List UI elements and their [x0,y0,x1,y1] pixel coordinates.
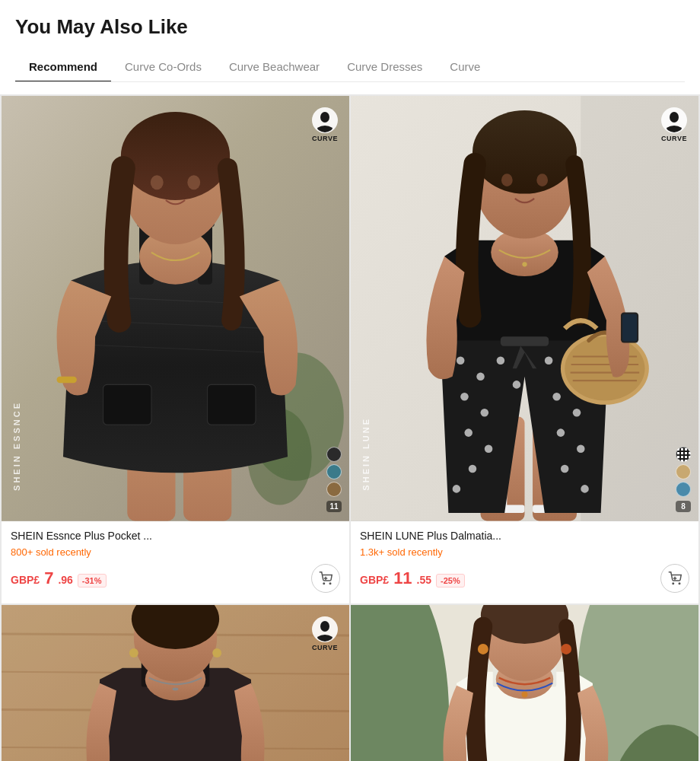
svg-point-39 [464,428,473,437]
tabs-container: Recommend Curve Co-Ords Curve Beachwear … [15,53,685,82]
product-card-4[interactable] [351,605,698,761]
svg-rect-20 [57,377,77,383]
swatch-2-1 [676,447,691,462]
sold-count-1: 800+ sold recently [11,546,340,558]
svg-point-37 [460,393,469,401]
svg-point-49 [557,428,565,437]
product-image-container-1: SHEIN ESSNCE CURVE [2,96,349,521]
section-header: You May Also Like Recommend Curve Co-Ord… [0,15,700,94]
price-row-2: GBP£ 11 .55 -25% [360,564,689,593]
svg-point-57 [501,174,513,186]
price-currency-1: GBP£ [11,574,40,586]
svg-rect-10 [208,384,256,425]
svg-point-52 [581,485,589,493]
products-grid: SHEIN ESSNCE CURVE [0,94,700,761]
tab-curve-beachwear[interactable]: Curve Beachwear [215,53,333,82]
price-row-1: GBP£ 7 .96 -31% [11,564,340,593]
svg-point-42 [453,485,461,493]
svg-point-89 [129,648,138,658]
svg-point-22 [320,112,329,123]
svg-point-41 [469,465,477,473]
svg-point-93 [320,621,329,632]
curve-icon-1 [311,107,339,134]
svg-point-51 [561,465,569,473]
swatch-1-2 [326,464,342,479]
curve-badge-1: CURVE [311,107,339,142]
app-container: You May Also Like Recommend Curve Co-Ord… [0,0,700,761]
svg-point-105 [522,691,528,697]
product-image-container-4 [351,605,698,761]
price-currency-2: GBP£ [360,574,389,586]
svg-rect-53 [501,336,549,346]
svg-point-50 [577,444,585,453]
brand-watermark-1: SHEIN ESSNCE [12,401,21,491]
swatch-count-1: 11 [326,501,342,512]
price-group-1: GBP£ 7 .96 -31% [11,568,107,588]
price-decimal-2: .55 [417,574,431,586]
discount-badge-1: -31% [78,574,107,587]
svg-point-61 [565,336,644,400]
svg-point-47 [552,393,561,401]
svg-point-59 [522,262,527,266]
product-image-container-3: CURVE [2,605,349,761]
svg-point-91 [173,687,179,690]
svg-point-38 [481,409,489,417]
swatch-1-3 [326,482,342,497]
svg-point-69 [670,112,679,123]
curve-label-3: CURVE [312,644,338,651]
tab-recommend[interactable]: Recommend [15,53,111,82]
product-card-1[interactable]: SHEIN ESSNCE CURVE [2,96,349,603]
product-image-container-2: SHEIN LUNE CURVE [351,96,698,521]
swatch-count-2: 8 [676,501,691,512]
svg-point-48 [573,409,581,417]
product-name-1: SHEIN Essnce Plus Pocket ... [11,529,340,543]
price-amount-1: 7 [44,568,53,588]
svg-point-58 [536,174,548,186]
curve-icon-2 [660,107,688,134]
section-title: You May Also Like [15,15,685,39]
discount-badge-2: -25% [436,574,465,587]
svg-point-23 [323,583,325,584]
swatch-1-1 [326,447,342,462]
svg-point-35 [457,357,465,365]
swatch-2-3 [676,482,691,497]
tab-curve-more[interactable]: Curve [436,53,494,82]
swatch-2-2 [676,464,691,479]
price-amount-2: 11 [393,568,412,588]
product-info-2: SHEIN LUNE Plus Dalmatia... 1.3k+ sold r… [351,521,698,603]
svg-point-18 [151,175,164,189]
product-name-2: SHEIN LUNE Plus Dalmatia... [360,529,689,543]
svg-point-24 [329,583,331,584]
product-card-3[interactable]: CURVE [2,605,349,761]
svg-point-43 [497,357,505,365]
svg-point-90 [212,648,221,658]
svg-point-107 [561,644,571,654]
svg-point-71 [679,583,680,584]
color-swatches-2: 8 [676,447,691,512]
svg-point-106 [478,644,488,654]
sold-count-2: 1.3k+ sold recently [360,546,689,558]
product-card-2[interactable]: SHEIN LUNE CURVE [351,96,698,603]
svg-rect-67 [622,314,637,342]
svg-point-40 [485,444,493,453]
price-decimal-1: .96 [58,574,72,586]
price-group-2: GBP£ 11 .55 -25% [360,568,465,588]
brand-watermark-2: SHEIN LUNE [361,417,371,491]
curve-badge-3: CURVE [311,616,339,651]
product-info-1: SHEIN Essnce Plus Pocket ... 800+ sold r… [2,521,349,603]
svg-point-17 [121,112,230,200]
tab-curve-dresses[interactable]: Curve Dresses [333,53,436,82]
svg-point-95 [351,605,449,761]
tab-curve-coords[interactable]: Curve Co-Ords [111,53,215,82]
curve-label-1: CURVE [312,135,338,142]
color-swatches-1: 11 [326,447,342,512]
curve-icon-3 [311,616,339,643]
svg-point-19 [187,175,200,189]
add-to-cart-button-2[interactable] [660,564,689,593]
curve-badge-2: CURVE [660,107,688,142]
svg-point-45 [545,357,553,365]
add-to-cart-button-1[interactable] [311,564,340,593]
svg-point-70 [673,583,674,584]
svg-rect-9 [103,384,151,425]
svg-point-44 [513,380,521,389]
